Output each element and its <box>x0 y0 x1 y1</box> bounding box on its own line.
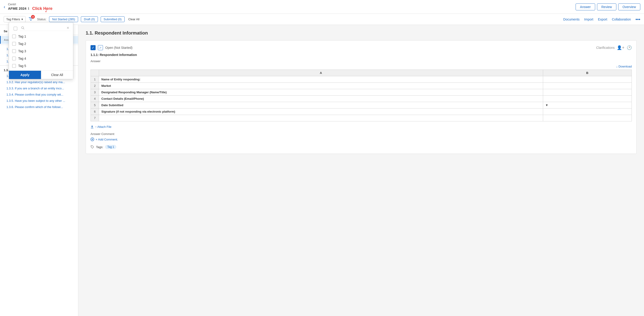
row-num-1: 1 <box>91 76 99 83</box>
row-num-4: 4 <box>91 96 99 102</box>
tag3-item[interactable]: Tag 3 <box>9 48 73 55</box>
attach-file-link[interactable]: ↑ Attach File <box>90 125 632 128</box>
sidebar-item-136[interactable]: 1.3.6. Please confirm which of the follo… <box>0 104 78 110</box>
row-a-5[interactable]: Date Submitted <box>99 102 543 108</box>
filter-icon-wrap[interactable]: 4 <box>28 16 34 22</box>
content-area: 1.1. Respondent Information ✓ ⤢ Open (No… <box>78 25 644 316</box>
section-title: 1.1. Respondent Information <box>86 30 637 36</box>
top-bar: ‹ Centrl AFME 2024 ℹ Click Here ↓ Answer… <box>0 0 644 14</box>
tag-filter-label: Tag Filters <box>6 18 20 21</box>
clear-all-button[interactable]: Clear All <box>41 71 73 79</box>
select-all-checkbox[interactable] <box>14 27 17 30</box>
row-a-4[interactable]: Contact Details (Email/Phone) <box>99 96 543 102</box>
expand-icon[interactable]: ⤢ <box>98 45 103 50</box>
open-status: Open (Not Started) <box>105 46 132 50</box>
table-row: 2 Market <box>91 83 632 89</box>
add-comment-link[interactable]: + Add Comment. <box>90 138 632 141</box>
more-button[interactable]: ••• <box>636 17 640 22</box>
tag1-item[interactable]: Tag 1 <box>9 33 73 40</box>
project-name: AFME 2024 ℹ Click Here <box>8 6 52 11</box>
row-b-5[interactable]: ▼ <box>543 102 632 108</box>
table-row: 1 Name of Entity responding: <box>91 76 632 83</box>
import-link[interactable]: Import <box>584 18 593 21</box>
svg-point-0 <box>22 27 24 29</box>
row-b-3[interactable] <box>543 89 632 96</box>
draft-button[interactable]: Draft (0) <box>81 16 98 22</box>
row-b-1[interactable] <box>543 76 632 83</box>
tag1-chip[interactable]: Tag 1 <box>105 145 116 149</box>
sidebar-item-134[interactable]: 1.3.4. Please confirm that you comply wi… <box>0 92 78 98</box>
tag4-label: Tag 4 <box>18 57 26 60</box>
tag-search-input[interactable] <box>26 26 65 30</box>
download-link[interactable]: ↓ Download <box>90 65 632 68</box>
sidebar-item-135[interactable]: 1.3.5. Have you been subject to any othe… <box>0 98 78 104</box>
main-layout: Se Assigned 1.2.2. Please provide the fu… <box>0 25 644 316</box>
svg-line-1 <box>24 28 24 30</box>
row-b-6[interactable] <box>543 108 632 115</box>
tag-filter-button[interactable]: Tag Filters ▾ <box>4 16 26 22</box>
plus-circle-icon <box>90 138 94 141</box>
second-bar-right: Documents Import Export Collaboration ••… <box>564 17 640 22</box>
export-link[interactable]: Export <box>598 18 607 21</box>
col-b-header: B <box>543 70 632 76</box>
app-title: Centrl AFME 2024 ℹ Click Here <box>8 2 52 11</box>
row-num-5: 5 <box>91 102 99 108</box>
clarifications-area: Clarifications 👤+ 🕐 <box>596 45 632 50</box>
documents-link[interactable]: Documents <box>564 18 580 21</box>
check-square-icon[interactable]: ✓ <box>90 45 96 50</box>
row-b-2[interactable] <box>543 83 632 89</box>
add-person-icon[interactable]: 👤+ <box>617 45 624 50</box>
tag5-checkbox[interactable] <box>12 64 16 68</box>
table-row: 7 <box>91 115 632 122</box>
overview-button[interactable]: Overview <box>618 4 640 10</box>
row-num-2: 2 <box>91 83 99 89</box>
tag-filter-dropdown: ✕ Tag 1 Tag 2 Tag 3 Tag 4 Tag 5 Apply Cl… <box>9 22 73 79</box>
spreadsheet-table: A B 1 Name of Entity responding: 2 Marke… <box>90 70 632 122</box>
row-b-7[interactable] <box>543 115 632 122</box>
row-a-7[interactable] <box>99 115 543 122</box>
sidebar-item-132[interactable]: 1.3.2. Has your regulator(s) raised any … <box>0 79 78 85</box>
clear-all-link[interactable]: Clear All <box>128 18 139 21</box>
row-b-4[interactable] <box>543 96 632 102</box>
collaboration-link[interactable]: Collaboration <box>612 18 631 21</box>
row-a-2[interactable]: Market <box>99 83 543 89</box>
answer-button[interactable]: Answer <box>576 4 595 10</box>
add-comment-label: + Add Comment. <box>96 138 118 141</box>
tags-row: Tags: Tag 1 <box>90 145 632 149</box>
tag1-checkbox[interactable] <box>12 34 16 38</box>
status-label: Status: <box>37 18 46 21</box>
tag3-checkbox[interactable] <box>12 49 16 53</box>
close-icon[interactable]: ✕ <box>66 26 69 30</box>
row-num-6: 6 <box>91 108 99 115</box>
history-icon[interactable]: 🕐 <box>627 45 632 50</box>
back-button[interactable]: ‹ <box>4 4 5 10</box>
row-a-1[interactable]: Name of Entity responding: <box>99 76 543 83</box>
info-icon[interactable]: ℹ <box>28 7 29 10</box>
row-a-6[interactable]: Signature (if not responding via electro… <box>99 108 543 115</box>
tag4-item[interactable]: Tag 4 <box>9 55 73 62</box>
table-row: 4 Contact Details (Email/Phone) <box>91 96 632 102</box>
second-bar: Tag Filters ▾ 4 Status: Not Started (285… <box>0 14 644 25</box>
row-a-3[interactable]: Designated Responding Manager (Name/Titl… <box>99 89 543 96</box>
tag5-item[interactable]: Tag 5 <box>9 62 73 70</box>
col-num-header <box>91 70 99 76</box>
not-started-button[interactable]: Not Started (285) <box>49 16 78 22</box>
row-num-3: 3 <box>91 89 99 96</box>
tag4-checkbox[interactable] <box>12 57 16 60</box>
apply-button[interactable]: Apply <box>9 71 41 79</box>
review-button[interactable]: Review <box>597 4 616 10</box>
sidebar-item-133[interactable]: 1.3.3. If you are a branch of an entity … <box>0 85 78 92</box>
question-header: ✓ ⤢ Open (Not Started) Clarifications 👤+… <box>90 45 632 50</box>
tag2-item[interactable]: Tag 2 <box>9 40 73 48</box>
tag-icon <box>90 145 94 149</box>
question-sub-title: 1.1.1: Respondent Information <box>90 53 632 57</box>
app-name: Centrl <box>8 2 52 6</box>
dropdown-actions: Apply Clear All <box>9 70 73 79</box>
attach-file-label: ↑ Attach File <box>95 125 112 128</box>
submitted-button[interactable]: Submitted (0) <box>101 16 124 22</box>
back-icon: ‹ <box>4 4 5 9</box>
tag2-checkbox[interactable] <box>12 42 16 46</box>
tag3-label: Tag 3 <box>18 49 26 53</box>
table-row: 3 Designated Responding Manager (Name/Ti… <box>91 89 632 96</box>
row-num-7: 7 <box>91 115 99 122</box>
